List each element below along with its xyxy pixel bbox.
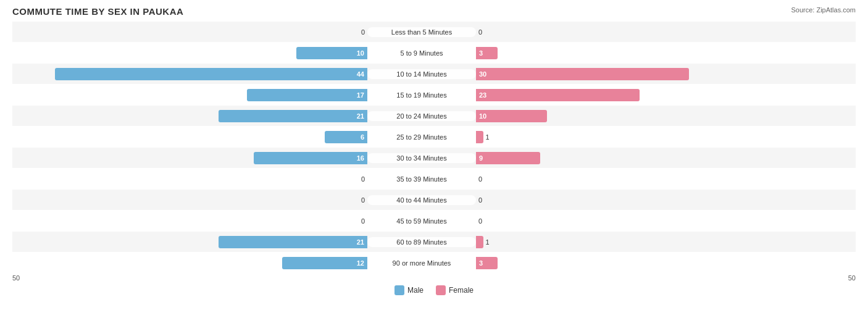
male-bar: 16 (254, 152, 367, 164)
male-bar: 21 (219, 110, 368, 122)
table-row: 1290 or more Minutes3 (12, 253, 856, 273)
male-bar: 44 (55, 68, 367, 80)
table-row: 2160 to 89 Minutes1 (12, 232, 856, 252)
category-label: 40 to 44 Minutes (367, 195, 476, 205)
female-bar (476, 131, 483, 143)
male-swatch (394, 285, 404, 295)
female-bar: 10 (476, 110, 547, 122)
category-label: 35 to 39 Minutes (367, 174, 476, 184)
category-label: 5 to 9 Minutes (367, 48, 476, 58)
category-label: 60 to 89 Minutes (367, 237, 476, 247)
male-value-outside: 0 (353, 196, 365, 204)
table-row: 1715 to 19 Minutes23 (12, 85, 856, 105)
table-row: 040 to 44 Minutes0 (12, 190, 856, 210)
table-row: 045 to 59 Minutes0 (12, 211, 856, 231)
female-bar: 3 (476, 257, 498, 269)
female-side: 3 (476, 47, 831, 59)
chart-title: COMMUTE TIME BY SEX IN PAUKAA (12, 6, 856, 17)
female-bar: 23 (476, 89, 640, 101)
female-bar: 9 (476, 152, 540, 164)
male-side: 21 (12, 236, 367, 248)
female-side: 10 (476, 110, 831, 122)
male-side: 10 (12, 47, 367, 59)
axis-left-label: 50 (12, 274, 20, 282)
male-side: 17 (12, 89, 367, 101)
male-side: 0 (12, 26, 367, 38)
category-label: Less than 5 Minutes (367, 27, 476, 37)
male-side: 21 (12, 110, 367, 122)
bottom-axis: 50 50 (12, 274, 856, 282)
male-value-outside: 0 (353, 175, 365, 183)
category-label: 30 to 34 Minutes (367, 153, 476, 163)
male-side: 16 (12, 152, 367, 164)
female-swatch (436, 285, 446, 295)
male-side: 0 (12, 194, 367, 206)
legend-female: Female (436, 285, 474, 295)
female-bar: 30 (476, 68, 689, 80)
table-row: 105 to 9 Minutes3 (12, 43, 856, 63)
female-side: 3 (476, 257, 831, 269)
category-label: 15 to 19 Minutes (367, 90, 476, 100)
category-label: 20 to 24 Minutes (367, 111, 476, 121)
female-side: 0 (476, 215, 831, 227)
female-value-outside: 1 (486, 238, 498, 246)
female-side: 30 (476, 68, 831, 80)
male-bar: 10 (296, 47, 367, 59)
female-side: 0 (476, 173, 831, 185)
female-bar: 3 (476, 47, 498, 59)
female-side: 1 (476, 131, 831, 143)
male-bar: 17 (247, 89, 368, 101)
female-label: Female (449, 286, 474, 295)
male-bar: 12 (282, 257, 367, 269)
male-side: 0 (12, 215, 367, 227)
female-value-outside: 0 (478, 28, 491, 36)
female-side: 23 (476, 89, 831, 101)
female-side: 1 (476, 236, 831, 248)
source-text: Source: ZipAtlas.com (791, 6, 856, 14)
axis-right-label: 50 (848, 274, 856, 282)
category-label: 90 or more Minutes (367, 258, 476, 268)
male-value-outside: 0 (353, 28, 365, 36)
male-side: 44 (12, 68, 367, 80)
female-value-outside: 1 (486, 133, 498, 141)
category-label: 25 to 29 Minutes (367, 132, 476, 142)
male-side: 6 (12, 131, 367, 143)
chart-container: COMMUTE TIME BY SEX IN PAUKAA Source: Zi… (0, 0, 868, 323)
table-row: 035 to 39 Minutes0 (12, 169, 856, 189)
table-row: 4410 to 14 Minutes30 (12, 64, 856, 84)
category-label: 10 to 14 Minutes (367, 69, 476, 79)
legend: Male Female (12, 285, 856, 295)
female-side: 9 (476, 152, 831, 164)
table-row: 625 to 29 Minutes1 (12, 127, 856, 147)
category-label: 45 to 59 Minutes (367, 216, 476, 226)
female-value-outside: 0 (478, 217, 491, 225)
female-bar (476, 236, 483, 248)
male-side: 0 (12, 173, 367, 185)
male-label: Male (407, 286, 424, 295)
table-row: 2120 to 24 Minutes10 (12, 106, 856, 126)
legend-male: Male (394, 285, 424, 295)
table-row: 1630 to 34 Minutes9 (12, 148, 856, 168)
female-value-outside: 0 (478, 196, 491, 204)
female-side: 0 (476, 26, 831, 38)
female-value-outside: 0 (478, 175, 491, 183)
female-side: 0 (476, 194, 831, 206)
male-value-outside: 0 (353, 217, 365, 225)
male-bar: 21 (219, 236, 368, 248)
table-row: 0Less than 5 Minutes0 (12, 22, 856, 42)
male-bar: 6 (325, 131, 367, 143)
male-side: 12 (12, 257, 367, 269)
chart-body: 0Less than 5 Minutes0105 to 9 Minutes344… (12, 22, 856, 273)
